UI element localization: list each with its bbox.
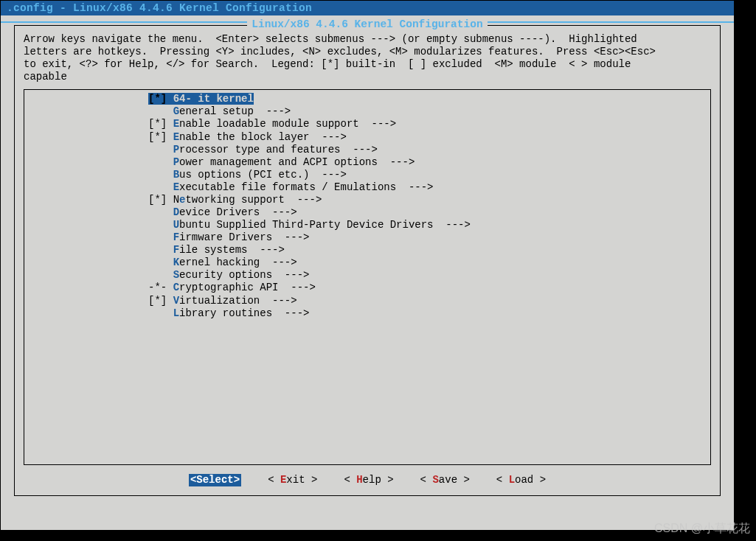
menu-item-7[interactable]: Executable file formats / Emulations ---… — [24, 181, 710, 194]
button-load[interactable]: < Load > — [496, 474, 546, 486]
menu-list[interactable]: [*] 64-bit kernel General setup ---> [*]… — [24, 89, 711, 465]
watermark: CSDN @小草花花 — [654, 521, 750, 537]
menu-item-2[interactable]: [*] Enable loadable module support ---> — [24, 118, 710, 130]
menu-item-3[interactable]: [*] Enable the block layer ---> — [24, 131, 710, 144]
menu-item-16[interactable]: [*] Virtualization ---> — [24, 295, 710, 307]
dialog-title: Linux/x86 4.4.6 Kernel Configuration — [15, 18, 720, 30]
menu-item-8[interactable]: [*] Networking support ---> — [24, 194, 710, 206]
menu-item-4[interactable]: Processor type and features ---> — [24, 144, 710, 156]
help-text: Arrow keys navigate the menu. <Enter> se… — [15, 26, 720, 88]
menu-item-11[interactable]: Firmware Drivers ---> — [24, 231, 710, 244]
menu-item-12[interactable]: File systems ---> — [24, 244, 710, 256]
menu-item-13[interactable]: Kernel hacking ---> — [24, 256, 710, 269]
menu-item-6[interactable]: Bus options (PCI etc.) ---> — [24, 169, 710, 181]
button-save[interactable]: < Save > — [420, 474, 470, 486]
menu-item-0[interactable]: [*] 64-bit kernel — [24, 93, 710, 105]
dialog: Linux/x86 4.4.6 Kernel Configuration Arr… — [14, 25, 721, 496]
menu-item-10[interactable]: Ubuntu Supplied Third-Party Device Drive… — [24, 219, 710, 231]
button-select[interactable]: <Select> — [189, 474, 241, 486]
window-title: .config - Linux/x86 4.4.6 Kernel Configu… — [1, 1, 734, 15]
button-exit[interactable]: < Exit > — [268, 474, 317, 486]
menu-item-1[interactable]: General setup ---> — [24, 105, 710, 118]
menu-item-17[interactable]: Library routines ---> — [24, 307, 710, 320]
menu-item-9[interactable]: Device Drivers ---> — [24, 206, 710, 219]
menu-item-15[interactable]: -*- Cryptographic API ---> — [24, 282, 710, 294]
button-help[interactable]: < Help > — [344, 474, 393, 486]
button-bar: <Select>< Exit >< Help >< Save >< Load > — [15, 470, 720, 495]
menu-item-5[interactable]: Power management and ACPI options ---> — [24, 156, 710, 169]
menu-item-14[interactable]: Security options ---> — [24, 269, 710, 282]
